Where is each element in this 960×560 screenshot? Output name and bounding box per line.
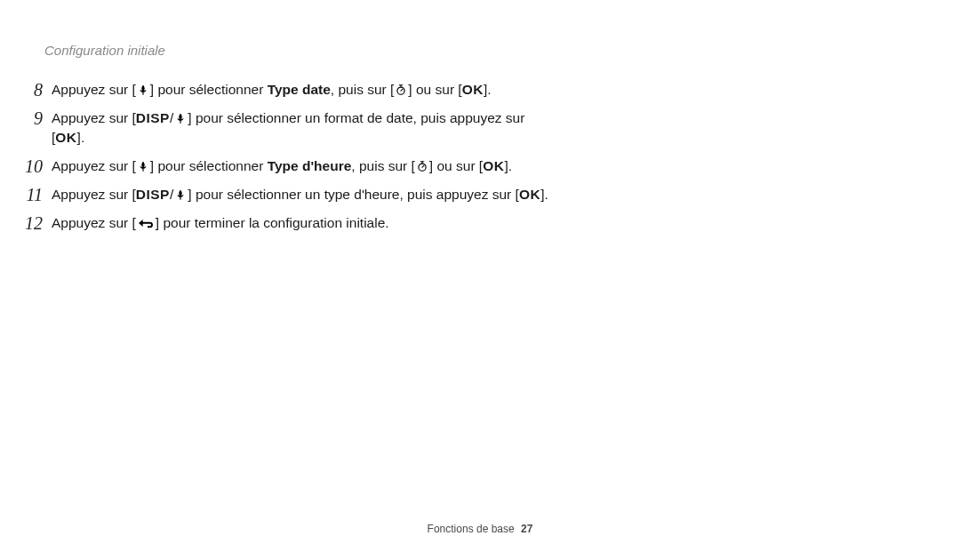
- step-item: 12Appuyez sur [] pour terminer la config…: [16, 213, 549, 233]
- step-number: 12: [16, 213, 52, 233]
- ok-label: OK: [519, 187, 540, 202]
- step-text: Appuyez sur [DISP/] pour sélectionner un…: [52, 108, 549, 148]
- ok-label: OK: [55, 130, 76, 145]
- ok-label: OK: [483, 158, 504, 173]
- section-header: Configuration initiale: [44, 43, 165, 58]
- timer-icon: [416, 160, 428, 172]
- key-bracket: []: [412, 158, 434, 173]
- step-bold-label: Type d'heure: [268, 158, 352, 173]
- footer-section: Fonctions de base: [428, 523, 515, 535]
- manual-page: Configuration initiale 8Appuyez sur [] p…: [0, 0, 960, 560]
- step-text: Appuyez sur [DISP/] pour sélectionner un…: [52, 185, 548, 204]
- step-bold-label: Type date: [268, 82, 331, 97]
- key-bracket: []: [132, 82, 154, 97]
- timer-icon: [395, 84, 407, 96]
- key-bracket: [OK]: [479, 158, 508, 173]
- key-bracket: [OK]: [458, 82, 487, 97]
- ok-label: OK: [462, 82, 484, 97]
- step-item: 8Appuyez sur [] pour sélectionner Type d…: [16, 80, 549, 100]
- step-text: Appuyez sur [] pour terminer la configur…: [52, 213, 389, 233]
- step-item: 9Appuyez sur [DISP/] pour sélectionner u…: [16, 108, 549, 148]
- step-number: 8: [16, 80, 52, 100]
- back-icon: [137, 217, 155, 229]
- step-item: 10Appuyez sur [] pour sélectionner Type …: [16, 156, 549, 176]
- key-bracket: [DISP/]: [132, 110, 191, 125]
- steps-list: 8Appuyez sur [] pour sélectionner Type d…: [16, 80, 549, 242]
- macro-icon: [174, 188, 187, 201]
- disp-label: DISP: [136, 187, 170, 202]
- step-number: 11: [16, 185, 52, 204]
- macro-icon: [137, 84, 149, 96]
- key-bracket: []: [132, 215, 159, 230]
- step-text: Appuyez sur [] pour sélectionner Type d'…: [52, 156, 512, 176]
- step-number: 9: [16, 108, 52, 128]
- step-text: Appuyez sur [] pour sélectionner Type da…: [52, 80, 492, 100]
- key-bracket: []: [390, 82, 412, 97]
- step-number: 10: [16, 156, 52, 176]
- page-footer: Fonctions de base 27: [0, 523, 960, 535]
- footer-page-number: 27: [521, 523, 532, 535]
- key-bracket: [OK]: [52, 130, 81, 145]
- step-item: 11Appuyez sur [DISP/] pour sélectionner …: [16, 185, 549, 204]
- disp-label: DISP: [136, 110, 170, 125]
- macro-icon: [137, 160, 149, 172]
- key-bracket: [OK]: [516, 187, 545, 202]
- key-bracket: [DISP/]: [132, 187, 191, 202]
- key-bracket: []: [132, 158, 154, 173]
- macro-icon: [174, 112, 187, 124]
